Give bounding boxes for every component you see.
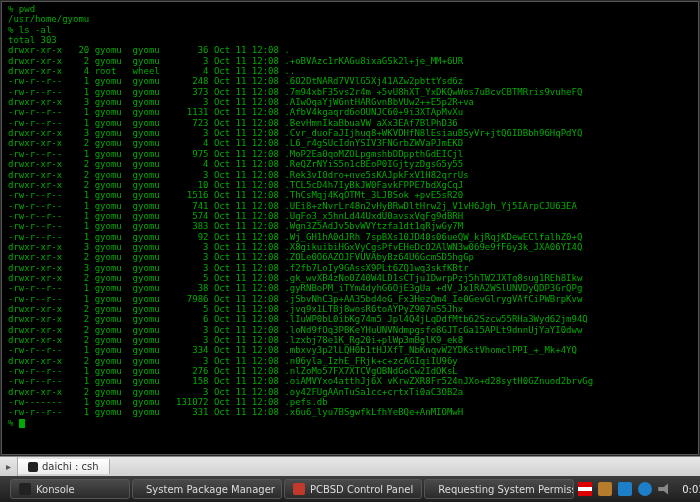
ls-row: drwxr-xr-x 2 gyomu gyomu 3 Oct 11 12:08 … <box>8 170 692 180</box>
ls-row: -rw-r--r-- 1 gyomu gyomu 158 Oct 11 12:0… <box>8 376 692 386</box>
konsole-tab-bar: ▸ daichi : csh <box>0 456 700 476</box>
ls-row: -rw-r--r-- 1 gyomu gyomu 1131 Oct 11 12:… <box>8 107 692 117</box>
ls-row: -rw-r--r-- 1 gyomu gyomu 373 Oct 11 12:0… <box>8 87 692 97</box>
ls-row: -rw-r--r-- 1 gyomu gyomu 574 Oct 11 12:0… <box>8 211 692 221</box>
task-label: PCBSD Control Panel <box>310 484 413 495</box>
ls-row: drwxr-xr-x 2 gyomu gyomu 3 Oct 11 12:08 … <box>8 387 692 397</box>
ls-row: drwxr-xr-x 3 gyomu gyomu 3 Oct 11 12:08 … <box>8 263 692 273</box>
ls-row: -rw-r--r-- 1 gyomu gyomu 276 Oct 11 12:0… <box>8 366 692 376</box>
system-tray: 0:01 <box>578 482 700 496</box>
tab-label: daichi : csh <box>42 461 99 472</box>
ls-row: drwxr-xr-x 3 gyomu gyomu 3 Oct 11 12:08 … <box>8 242 692 252</box>
ls-row: -rw-r--r-- 1 gyomu gyomu 248 Oct 11 12:0… <box>8 76 692 86</box>
terminal-viewport[interactable]: pwd /usr/home/gyomu ls -al total 303 drw… <box>1 1 699 455</box>
ls-row: drwxr-xr-x 2 gyomu gyomu 5 Oct 11 12:08 … <box>8 304 692 314</box>
task-system-package-manager[interactable]: System Package Manager <box>132 479 282 499</box>
command-line: pwd <box>8 4 692 14</box>
ls-row: drwxr-xr-x 2 gyomu gyomu 6 Oct 11 12:08 … <box>8 314 692 324</box>
keyboard-layout-icon[interactable] <box>578 482 592 496</box>
ls-row: -rw-r--r-- 1 gyomu gyomu 7986 Oct 11 12:… <box>8 294 692 304</box>
command-line: ls -al <box>8 25 692 35</box>
clock[interactable]: 0:01 <box>682 484 700 495</box>
task-pcbsd-control-panel[interactable]: PCBSD Control Panel <box>284 479 422 499</box>
konsole-icon <box>28 462 38 472</box>
ls-row: drwxr-xr-x 2 gyomu gyomu 5 Oct 11 12:08 … <box>8 273 692 283</box>
new-tab-button[interactable]: ▸ <box>0 457 18 476</box>
ls-row: -rw-r--r-- 1 gyomu gyomu 92 Oct 11 12:08… <box>8 232 692 242</box>
konsole-icon <box>19 483 31 495</box>
prompt-current[interactable]: % <box>8 418 692 428</box>
ls-row: drwxr-xr-x 2 gyomu gyomu 3 Oct 11 12:08 … <box>8 325 692 335</box>
ls-total: total 303 <box>8 35 692 45</box>
clipboard-icon[interactable] <box>598 482 612 496</box>
ls-row: -rw------- 1 gyomu gyomu 131072 Oct 11 1… <box>8 397 692 407</box>
ls-row: -rw-r--r-- 1 gyomu gyomu 334 Oct 11 12:0… <box>8 345 692 355</box>
ls-row: drwxr-xr-x 4 root wheel 4 Oct 11 12:08 .… <box>8 66 692 76</box>
task-label: Requesting System Permissions <box>438 484 574 495</box>
ctrl-icon <box>293 483 305 495</box>
ls-row: drwxr-xr-x 2 gyomu gyomu 3 Oct 11 12:08 … <box>8 335 692 345</box>
taskbar: KonsoleSystem Package ManagerPCBSD Contr… <box>0 476 700 502</box>
ls-row: drwxr-xr-x 3 gyomu gyomu 3 Oct 11 12:08 … <box>8 128 692 138</box>
task-label: System Package Manager <box>146 484 275 495</box>
volume-icon[interactable] <box>658 482 672 496</box>
ls-row: -rw-r--r-- 1 gyomu gyomu 38 Oct 11 12:08… <box>8 283 692 293</box>
ls-row: drwxr-xr-x 2 gyomu gyomu 10 Oct 11 12:08… <box>8 180 692 190</box>
ls-row: drwxr-xr-x 2 gyomu gyomu 4 Oct 11 12:08 … <box>8 138 692 148</box>
ls-row: drwxr-xr-x 2 gyomu gyomu 4 Oct 11 12:08 … <box>8 159 692 169</box>
task-konsole[interactable]: Konsole <box>10 479 130 499</box>
cursor <box>19 419 25 428</box>
task-label: Konsole <box>36 484 75 495</box>
ls-row: drwxr-xr-x 2 gyomu gyomu 3 Oct 11 12:08 … <box>8 356 692 366</box>
ls-row: -rw-r--r-- 1 gyomu gyomu 741 Oct 11 12:0… <box>8 201 692 211</box>
ls-row: drwxr-xr-x 20 gyomu gyomu 36 Oct 11 12:0… <box>8 45 692 55</box>
network-icon[interactable] <box>638 482 652 496</box>
task-requesting-system-permissions[interactable]: Requesting System Permissions <box>424 479 574 499</box>
ls-row: drwxr-xr-x 2 gyomu gyomu 3 Oct 11 12:08 … <box>8 252 692 262</box>
tab-daichi-csh[interactable]: daichi : csh <box>18 459 110 474</box>
ls-row: -rw-r--r-- 1 gyomu gyomu 383 Oct 11 12:0… <box>8 221 692 231</box>
update-manager-icon[interactable] <box>618 482 632 496</box>
ls-row: -rw-r--r-- 1 gyomu gyomu 331 Oct 11 12:0… <box>8 407 692 417</box>
ls-row: drwxr-xr-x 2 gyomu gyomu 3 Oct 11 12:08 … <box>8 56 692 66</box>
ls-row: -rw-r--r-- 1 gyomu gyomu 1516 Oct 11 12:… <box>8 190 692 200</box>
ls-row: -rw-r--r-- 1 gyomu gyomu 975 Oct 11 12:0… <box>8 149 692 159</box>
ls-row: -rw-r--r-- 1 gyomu gyomu 723 Oct 11 12:0… <box>8 118 692 128</box>
ls-row: drwxr-xr-x 3 gyomu gyomu 3 Oct 11 12:08 … <box>8 97 692 107</box>
pwd-output: /usr/home/gyomu <box>8 14 692 24</box>
